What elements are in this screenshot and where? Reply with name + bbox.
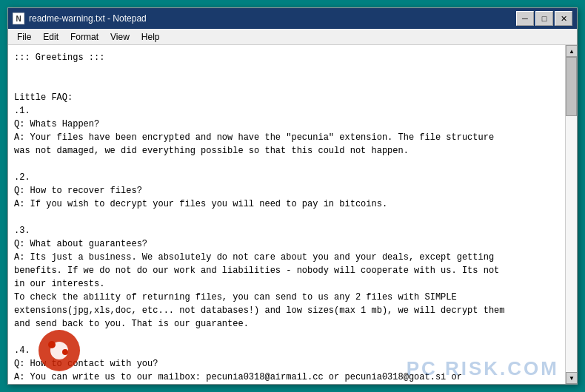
close-button[interactable]: ✕ [555, 11, 572, 26]
text-editor[interactable]: ::: Greetings ::: Little FAQ: .1. Q: Wha… [8, 45, 565, 384]
window-icon: N [13, 13, 24, 24]
minimize-button[interactable]: ─ [516, 11, 534, 26]
menu-edit[interactable]: Edit [37, 30, 64, 44]
content-area: ::: Greetings ::: Little FAQ: .1. Q: Wha… [8, 45, 577, 384]
maximize-button[interactable]: □ [535, 11, 553, 26]
scroll-thumb[interactable] [566, 57, 577, 116]
window-title: readme-warning.txt - Notepad [29, 13, 516, 24]
notepad-window: N readme-warning.txt - Notepad ─ □ ✕ Fil… [7, 7, 578, 385]
menu-file[interactable]: File [11, 30, 37, 44]
title-bar: N readme-warning.txt - Notepad ─ □ ✕ [8, 8, 577, 29]
menu-view[interactable]: View [104, 30, 136, 44]
scroll-up-button[interactable]: ▲ [566, 45, 577, 57]
scrollbar[interactable]: ▲ ▼ [565, 45, 577, 384]
window-controls: ─ □ ✕ [516, 11, 572, 26]
menu-help[interactable]: Help [136, 30, 166, 44]
menu-bar: File Edit Format View Help [8, 29, 577, 45]
menu-format[interactable]: Format [64, 30, 104, 44]
scroll-track[interactable] [566, 57, 577, 372]
scroll-down-button[interactable]: ▼ [566, 372, 577, 384]
